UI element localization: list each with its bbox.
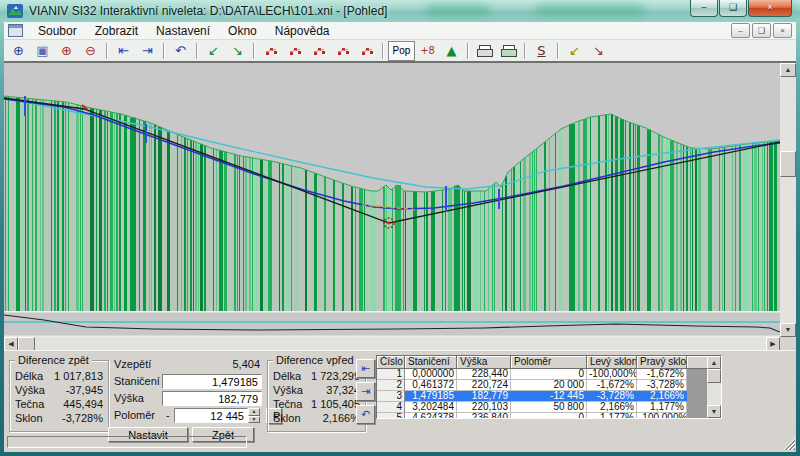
table-cell[interactable]: 182,779 [457, 391, 511, 402]
table-cell[interactable]: 1,479185 [405, 391, 457, 402]
vertex-insert-button[interactable] [283, 41, 306, 61]
insert-vertex-after-button[interactable]: ⇥ [356, 382, 375, 401]
add-height-button[interactable]: +8 [416, 41, 439, 61]
table-scroll-thumb[interactable] [707, 369, 721, 383]
table-row-4[interactable]: 43,202484220,10350 8002,166%1,177% [377, 402, 721, 413]
profile-chart[interactable] [4, 63, 780, 311]
vyska-input[interactable] [162, 391, 262, 406]
table-cell[interactable]: 1,177% [587, 413, 637, 419]
station-back-button[interactable]: ⇤ [112, 41, 135, 61]
print-button[interactable] [473, 41, 496, 61]
table-cell[interactable]: 2,166% [637, 391, 687, 402]
document-icon[interactable] [8, 24, 23, 37]
table-cell[interactable]: 20 000 [511, 380, 587, 391]
scroll-down-button[interactable]: ▼ [780, 323, 796, 337]
table-row-3[interactable]: 31,479185182,779-12 445-3,728%2,166% [377, 391, 721, 402]
table-cell[interactable]: -3,728% [637, 380, 687, 391]
station-forward-button[interactable]: ⇥ [136, 41, 159, 61]
table-cell[interactable]: -3,728% [587, 391, 637, 402]
close-button[interactable]: × [748, 0, 792, 17]
table-cell[interactable]: 0,461372 [405, 380, 457, 391]
polomer-input[interactable] [174, 408, 248, 423]
undo-edit-button[interactable]: ↶ [356, 405, 375, 424]
minimize-button[interactable]: – [690, 0, 718, 17]
table-cell[interactable]: -12 445 [511, 391, 587, 402]
column-header[interactable]: Pravý sklon [637, 356, 687, 369]
table-cell[interactable]: 1,177% [637, 402, 687, 413]
table-cell[interactable]: 220,103 [457, 402, 511, 413]
horizontal-scroll-thumb[interactable] [18, 337, 35, 351]
resize-grip[interactable] [783, 438, 795, 450]
jump-begin-button[interactable]: ↙ [563, 41, 586, 61]
title-bar[interactable]: VIANIV SI32 Interaktivní niveleta: D:\DA… [0, 0, 800, 22]
polomer-spin-up-button[interactable]: ▲ [248, 408, 260, 416]
column-header[interactable]: Poloměr [511, 356, 587, 369]
table-cell[interactable]: 0,000000 [405, 369, 457, 380]
table-cell[interactable]: 3,202484 [405, 402, 457, 413]
table-scroll-down-button[interactable]: ▼ [707, 405, 721, 418]
table-cell[interactable]: 3 [377, 391, 405, 402]
table-cell[interactable]: 4,624378 [405, 413, 457, 419]
table-cell[interactable]: 4 [377, 402, 405, 413]
table-cell[interactable]: 2,166% [587, 402, 637, 413]
table-cell[interactable]: -1,672% [637, 369, 687, 380]
vertical-scroll-thumb[interactable] [780, 151, 796, 177]
vertex-select-button[interactable] [259, 41, 282, 61]
zoom-in-button[interactable]: ⊕ [55, 41, 78, 61]
table-cell[interactable]: 220,724 [457, 380, 511, 391]
table-row-5[interactable]: 54,624378236,84001,177%-100,000% [377, 413, 721, 419]
table-cell[interactable]: 2 [377, 380, 405, 391]
table-cell[interactable]: 228,440 [457, 369, 511, 380]
menu-item-soubor[interactable]: Soubor [29, 23, 86, 39]
column-header[interactable]: Levý sklon [587, 356, 637, 369]
table-row-2[interactable]: 20,461372220,72420 000-1,672%-3,728% [377, 380, 721, 391]
overview-strip[interactable] [4, 311, 780, 337]
table-cell[interactable]: 236,840 [457, 413, 511, 419]
zoom-extents-button[interactable]: ⊕ [7, 41, 30, 61]
table-cell[interactable]: 5 [377, 413, 405, 419]
menu-item-okno[interactable]: Okno [219, 23, 266, 39]
maximize-button[interactable]: ❑ [719, 0, 747, 17]
scroll-up-button[interactable]: ▲ [780, 63, 796, 77]
column-header[interactable]: Staničení [405, 356, 457, 369]
jump-end-button[interactable]: ↘ [587, 41, 610, 61]
print-profile-button[interactable] [497, 41, 520, 61]
insert-vertex-before-button[interactable]: ⇤ [356, 359, 375, 378]
vertex-fit-button[interactable] [355, 41, 378, 61]
column-header[interactable]: Výška [457, 356, 511, 369]
stanicen-input[interactable] [162, 374, 262, 389]
table-cell[interactable]: 1 [377, 369, 405, 380]
document-minimize-button[interactable]: – [731, 23, 750, 38]
document-close-button[interactable]: × [773, 23, 792, 38]
menu-item-nastaveni[interactable]: Nastavení [147, 23, 219, 39]
table-cell[interactable]: 50 800 [511, 402, 587, 413]
document-restore-button[interactable]: ❑ [752, 23, 771, 38]
scroll-right-button[interactable]: ▶ [766, 337, 780, 351]
table-scrollbar[interactable]: ▲▼ [707, 356, 721, 418]
prev-vertex-button[interactable]: ↙ [202, 41, 225, 61]
slope-labels-button[interactable]: S [530, 41, 553, 61]
undo-button[interactable]: ↶ [169, 41, 192, 61]
horizontal-scrollbar[interactable]: ◀ ▶ [4, 337, 780, 351]
menu-item-napoveda[interactable]: Nápověda [266, 23, 339, 39]
column-header[interactable]: Číslo [377, 356, 405, 369]
vertical-scrollbar[interactable]: ▲ ▼ [780, 63, 796, 337]
scroll-left-button[interactable]: ◀ [4, 337, 18, 351]
field-value: -37,945 [66, 383, 103, 397]
table-cell[interactable]: -100,000% [637, 413, 687, 419]
next-vertex-button[interactable]: ↘ [226, 41, 249, 61]
vertex-delete-button[interactable] [307, 41, 330, 61]
zoom-window-button[interactable]: ▣ [31, 41, 54, 61]
table-scroll-up-button[interactable]: ▲ [707, 356, 721, 369]
vertex-move-button[interactable] [331, 41, 354, 61]
terrain-button[interactable]: ▲ [440, 41, 463, 61]
table-cell[interactable]: 0 [511, 369, 587, 380]
table-cell[interactable]: -100,000% [587, 369, 637, 380]
table-cell[interactable]: -1,672% [587, 380, 637, 391]
pop-toggle-button[interactable]: Pop [388, 41, 415, 61]
zoom-out-button[interactable]: ⊖ [79, 41, 102, 61]
menu-item-zobrazit[interactable]: Zobrazit [86, 23, 147, 39]
table-row-1[interactable]: 10,000000228,4400-100,000%-1,672% [377, 369, 721, 380]
polomer-spin-down-button[interactable]: ▼ [248, 416, 260, 424]
table-cell[interactable]: 0 [511, 413, 587, 419]
